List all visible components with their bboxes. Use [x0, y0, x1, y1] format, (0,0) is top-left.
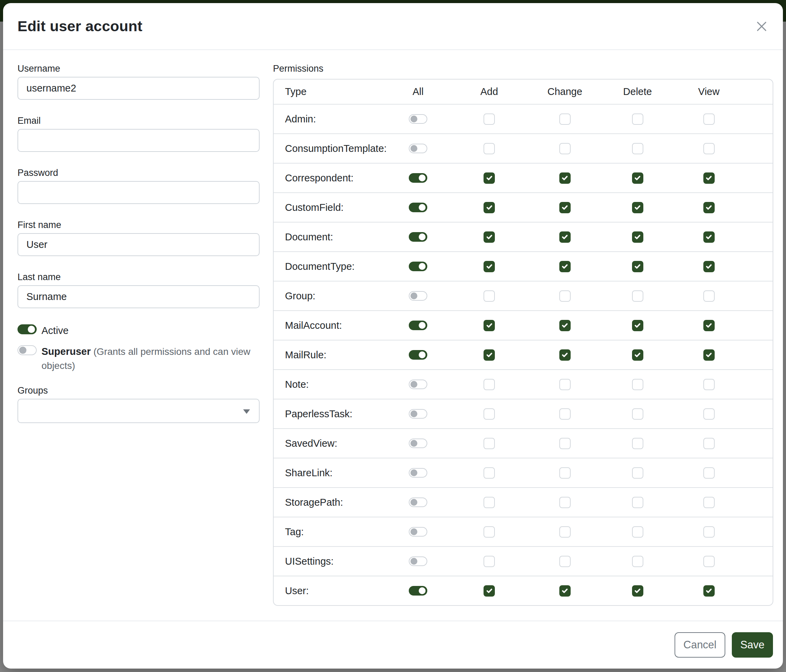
permission-change-checkbox[interactable] — [559, 556, 571, 567]
permission-all-toggle[interactable] — [409, 438, 427, 448]
permission-all-toggle[interactable] — [409, 173, 427, 183]
permission-view-checkbox[interactable] — [703, 173, 715, 184]
permission-add-checkbox[interactable] — [484, 320, 495, 331]
permission-delete-checkbox[interactable] — [632, 379, 643, 390]
permission-delete-checkbox[interactable] — [632, 173, 643, 184]
permission-all-toggle[interactable] — [409, 380, 427, 389]
password-field-group: Password — [17, 167, 259, 204]
table-row: Admin: — [274, 104, 773, 133]
permission-change-checkbox[interactable] — [559, 320, 571, 331]
permission-change-checkbox[interactable] — [559, 113, 571, 125]
permission-add-checkbox[interactable] — [484, 467, 495, 479]
permission-change-checkbox[interactable] — [559, 408, 571, 420]
permission-add-checkbox[interactable] — [484, 231, 495, 243]
permission-change-checkbox[interactable] — [559, 231, 571, 243]
permission-delete-checkbox[interactable] — [632, 467, 643, 479]
permission-add-checkbox[interactable] — [484, 261, 495, 272]
groups-select[interactable] — [17, 399, 259, 423]
cancel-button[interactable]: Cancel — [674, 632, 725, 658]
first-name-field[interactable] — [17, 233, 259, 256]
permission-all-toggle[interactable] — [409, 262, 427, 271]
permissions-table-header: Type All Add Change Delete View — [274, 80, 773, 104]
permission-add-checkbox[interactable] — [484, 290, 495, 302]
permission-view-checkbox[interactable] — [703, 320, 715, 331]
permission-all-toggle[interactable] — [409, 291, 427, 301]
password-field[interactable] — [17, 181, 259, 204]
permission-delete-checkbox[interactable] — [632, 113, 643, 125]
permission-all-toggle[interactable] — [409, 498, 427, 507]
permission-change-checkbox[interactable] — [559, 349, 571, 361]
permission-view-checkbox[interactable] — [703, 497, 715, 508]
permission-delete-checkbox[interactable] — [632, 526, 643, 538]
permission-delete-checkbox[interactable] — [632, 556, 643, 567]
permission-all-toggle[interactable] — [409, 409, 427, 419]
permission-add-checkbox[interactable] — [484, 173, 495, 184]
permission-all-toggle[interactable] — [409, 320, 427, 330]
username-input[interactable] — [17, 77, 259, 100]
permission-delete-checkbox[interactable] — [632, 585, 643, 597]
permission-change-checkbox[interactable] — [559, 585, 571, 597]
email-field[interactable] — [17, 129, 259, 152]
permission-delete-checkbox[interactable] — [632, 202, 643, 213]
permission-all-toggle[interactable] — [409, 350, 427, 360]
permission-change-checkbox[interactable] — [559, 261, 571, 272]
permission-view-checkbox[interactable] — [703, 349, 715, 361]
permission-view-checkbox[interactable] — [703, 556, 715, 567]
permission-delete-checkbox[interactable] — [632, 408, 643, 420]
permission-change-checkbox[interactable] — [559, 202, 571, 213]
permission-add-checkbox[interactable] — [484, 349, 495, 361]
permission-view-checkbox[interactable] — [703, 585, 715, 597]
permission-view-checkbox[interactable] — [703, 231, 715, 243]
permission-view-checkbox[interactable] — [703, 408, 715, 420]
permission-all-toggle[interactable] — [409, 468, 427, 477]
permission-view-checkbox[interactable] — [703, 467, 715, 479]
permission-add-checkbox[interactable] — [484, 526, 495, 538]
permission-all-toggle[interactable] — [409, 114, 427, 124]
permission-add-checkbox[interactable] — [484, 113, 495, 125]
permission-add-checkbox[interactable] — [484, 556, 495, 567]
permission-view-checkbox[interactable] — [703, 261, 715, 272]
permission-add-checkbox[interactable] — [484, 379, 495, 390]
permission-all-toggle[interactable] — [409, 527, 427, 537]
permission-delete-checkbox[interactable] — [632, 438, 643, 449]
permission-add-checkbox[interactable] — [484, 143, 495, 154]
last-name-field[interactable] — [17, 285, 259, 308]
permission-change-checkbox[interactable] — [559, 143, 571, 154]
active-toggle[interactable] — [17, 324, 37, 334]
permission-change-checkbox[interactable] — [559, 526, 571, 538]
close-icon[interactable] — [752, 17, 771, 36]
permission-delete-checkbox[interactable] — [632, 143, 643, 154]
permission-view-checkbox[interactable] — [703, 290, 715, 302]
permission-view-checkbox[interactable] — [703, 143, 715, 154]
permission-view-checkbox[interactable] — [703, 526, 715, 538]
permission-all-toggle[interactable] — [409, 586, 427, 595]
permission-delete-checkbox[interactable] — [632, 320, 643, 331]
permission-add-checkbox[interactable] — [484, 497, 495, 508]
permission-delete-checkbox[interactable] — [632, 261, 643, 272]
permission-type-label: MailRule: — [285, 349, 327, 361]
permission-change-checkbox[interactable] — [559, 173, 571, 184]
permission-view-checkbox[interactable] — [703, 202, 715, 213]
permission-add-checkbox[interactable] — [484, 438, 495, 449]
save-button[interactable]: Save — [732, 632, 773, 658]
permission-change-checkbox[interactable] — [559, 438, 571, 449]
permission-change-checkbox[interactable] — [559, 290, 571, 302]
permission-change-checkbox[interactable] — [559, 467, 571, 479]
permission-all-toggle[interactable] — [409, 144, 427, 153]
permission-add-checkbox[interactable] — [484, 202, 495, 213]
permission-delete-checkbox[interactable] — [632, 290, 643, 302]
permission-change-checkbox[interactable] — [559, 379, 571, 390]
permission-view-checkbox[interactable] — [703, 379, 715, 390]
permission-delete-checkbox[interactable] — [632, 497, 643, 508]
permission-all-toggle[interactable] — [409, 203, 427, 212]
permission-delete-checkbox[interactable] — [632, 349, 643, 361]
permission-delete-checkbox[interactable] — [632, 231, 643, 243]
permission-all-toggle[interactable] — [409, 556, 427, 566]
permission-view-checkbox[interactable] — [703, 113, 715, 125]
permission-all-toggle[interactable] — [409, 232, 427, 242]
permission-change-checkbox[interactable] — [559, 497, 571, 508]
permission-view-checkbox[interactable] — [703, 438, 715, 449]
permission-add-checkbox[interactable] — [484, 408, 495, 420]
permission-add-checkbox[interactable] — [484, 585, 495, 597]
superuser-toggle[interactable] — [17, 345, 37, 355]
